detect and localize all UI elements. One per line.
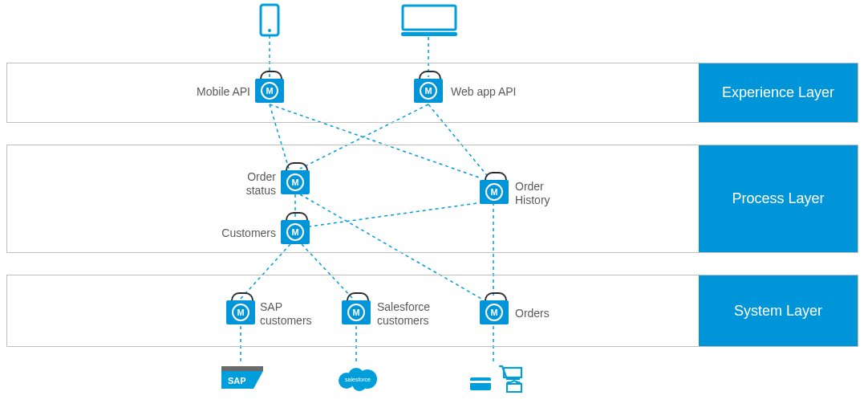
svg-rect-28 — [470, 377, 491, 390]
order-status-label: Order status — [234, 170, 276, 198]
sap-backend-icon: SAP — [221, 366, 263, 394]
mobile-api-node: M — [255, 79, 284, 103]
sap-customers-node: M — [226, 300, 255, 324]
mobile-api-label: Mobile API — [183, 85, 250, 99]
salesforce-customers-label: Salesforce customers — [377, 300, 449, 328]
process-layer-container: Process Layer — [6, 145, 858, 253]
salesforce-logo-text: salesforce — [345, 377, 371, 382]
customers-node: M — [281, 220, 310, 244]
desktop-device-icon — [400, 3, 459, 39]
orders-node: M — [480, 300, 509, 324]
web-app-api-label: Web app API — [451, 85, 516, 99]
web-app-api-node: M — [414, 79, 443, 103]
svg-rect-17 — [403, 6, 456, 30]
customers-label: Customers — [215, 226, 276, 240]
experience-layer-title: Experience Layer — [699, 63, 858, 122]
process-layer-title: Process Layer — [699, 145, 858, 252]
svg-rect-30 — [507, 384, 521, 392]
svg-rect-29 — [470, 381, 491, 383]
system-layer-title: System Layer — [699, 275, 858, 346]
mobile-device-icon — [258, 3, 281, 37]
experience-layer-label: Experience Layer — [722, 84, 834, 102]
order-history-node: M — [480, 180, 509, 204]
svg-rect-20 — [221, 366, 263, 371]
salesforce-customers-node: M — [342, 300, 371, 324]
svg-rect-18 — [401, 32, 457, 36]
system-layer-label: System Layer — [734, 302, 822, 320]
orders-label: Orders — [515, 307, 550, 320]
order-status-node: M — [281, 170, 310, 194]
orders-backend-icon — [470, 363, 526, 397]
process-layer-label: Process Layer — [732, 190, 824, 208]
sap-customers-label: SAP customers — [260, 300, 324, 328]
sap-logo-text: SAP — [228, 376, 246, 385]
svg-point-16 — [268, 29, 271, 32]
api-led-connectivity-diagram: Experience Layer M Mobile API M Web app … — [0, 0, 868, 416]
salesforce-backend-icon: salesforce — [335, 363, 380, 395]
order-history-label: Order History — [515, 180, 563, 207]
